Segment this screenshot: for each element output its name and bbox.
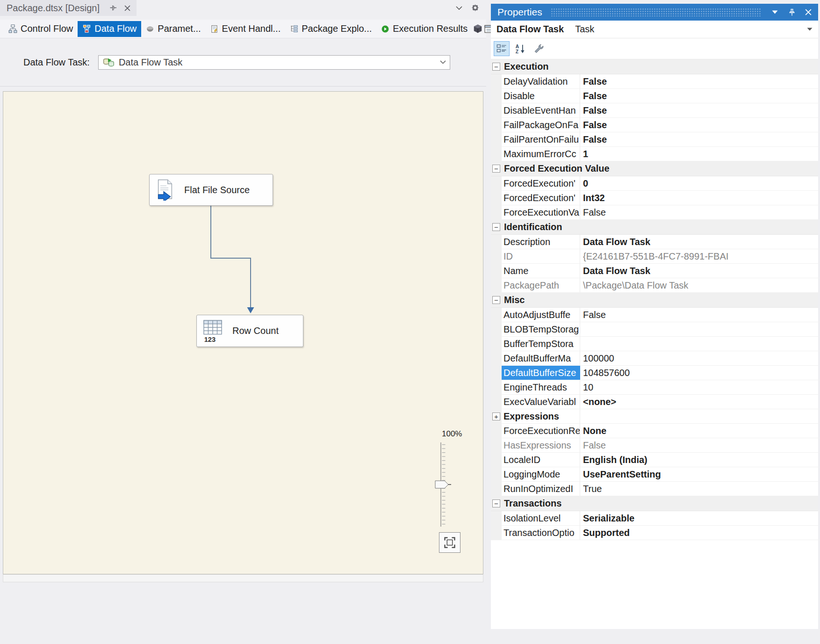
property-row-buffertempstora[interactable]: BufferTempStora [491, 337, 818, 351]
property-value[interactable] [580, 409, 818, 423]
property-value[interactable]: Data Flow Task [580, 264, 818, 278]
property-value[interactable]: False [580, 118, 818, 132]
object-selector-chevron-icon[interactable] [807, 28, 813, 31]
fit-to-window-button[interactable] [439, 532, 460, 553]
property-row-id[interactable]: ID{E24161B7-551B-4FC7-8991-FBAI [491, 249, 818, 264]
property-value[interactable]: False [580, 89, 818, 103]
property-value[interactable]: False [580, 132, 818, 146]
package-deploy-icon[interactable] [472, 22, 483, 36]
property-row-forcedexecution[interactable]: ForcedExecution'Int32 [491, 191, 818, 205]
property-value[interactable]: Int32 [580, 191, 818, 205]
alphabetical-sort-button[interactable]: AZ [512, 41, 528, 56]
property-category-transactions[interactable]: −Transactions [491, 496, 818, 511]
expand-icon[interactable]: + [492, 412, 500, 420]
property-value[interactable]: 100000 [580, 351, 818, 365]
property-row-delayvalidation[interactable]: DelayValidationFalse [491, 74, 818, 89]
property-row-forceexecutionva[interactable]: ForceExecutionVaFalse [491, 205, 818, 220]
object-name: Data Flow Task [496, 24, 564, 35]
property-row-defaultbufferma[interactable]: DefaultBufferMa100000 [491, 351, 818, 366]
property-value[interactable]: <none> [580, 395, 818, 409]
close-icon[interactable] [803, 7, 813, 17]
collapse-icon[interactable]: − [492, 499, 500, 507]
property-value[interactable]: 1 [580, 147, 818, 161]
tab-data-flow[interactable]: Data Flow [78, 21, 141, 37]
tab-execution-results[interactable]: Execution Results [376, 21, 472, 37]
property-row-transactionoptio[interactable]: TransactionOptioSupported [491, 526, 818, 540]
gear-icon[interactable] [471, 4, 480, 13]
horizontal-scrollbar[interactable] [3, 574, 483, 582]
tab-event-handlers[interactable]: Event Handl... [206, 21, 286, 37]
property-row-disable[interactable]: DisableFalse [491, 89, 818, 103]
node-flat-file-source[interactable]: Flat File Source [149, 174, 273, 206]
zoom-slider[interactable] [433, 441, 456, 528]
property-value[interactable]: False [580, 438, 818, 452]
property-value[interactable]: False [580, 308, 818, 322]
property-row-expressions[interactable]: +Expressions [491, 409, 818, 424]
property-row-enginethreads[interactable]: EngineThreads10 [491, 380, 818, 395]
collapse-icon[interactable]: − [492, 223, 500, 231]
window-position-chevron-icon[interactable] [770, 7, 780, 17]
property-row-runinoptimizedi[interactable]: RunInOptimizedITrue [491, 482, 818, 496]
property-pages-wrench-icon[interactable] [531, 41, 547, 56]
property-row-isolationlevel[interactable]: IsolationLevelSerializable [491, 511, 818, 526]
property-row-localeid[interactable]: LocaleIDEnglish (India) [491, 453, 818, 467]
property-value[interactable]: {E24161B7-551B-4FC7-8991-FBAI [580, 249, 818, 263]
close-icon[interactable] [122, 3, 132, 13]
property-value[interactable]: False [580, 74, 818, 88]
row-gutter [491, 74, 502, 88]
zoom-slider-thumb[interactable] [435, 481, 448, 488]
property-value[interactable]: English (India) [580, 453, 818, 467]
property-category-forced-execution-value[interactable]: −Forced Execution Value [491, 161, 818, 176]
property-category-misc[interactable]: −Misc [491, 293, 818, 308]
property-value[interactable]: Serializable [580, 511, 818, 525]
property-value[interactable]: None [580, 424, 818, 438]
property-value[interactable]: Data Flow Task [580, 235, 818, 249]
property-value[interactable]: 10 [580, 380, 818, 394]
collapse-icon[interactable]: − [492, 165, 500, 173]
property-value[interactable]: True [580, 482, 818, 496]
pin-icon[interactable] [786, 7, 797, 17]
property-row-forcedexecution[interactable]: ForcedExecution'0 [491, 176, 818, 191]
property-row-hasexpressions[interactable]: HasExpressionsFalse [491, 438, 818, 453]
property-value[interactable]: False [580, 205, 818, 219]
property-value[interactable]: 104857600 [580, 366, 818, 380]
pin-icon[interactable] [108, 3, 118, 13]
property-value[interactable] [580, 322, 818, 336]
property-row-loggingmode[interactable]: LoggingModeUseParentSetting [491, 467, 818, 482]
categorized-view-button[interactable] [494, 41, 510, 56]
property-value[interactable]: 0 [580, 176, 818, 190]
property-row-disableeventhan[interactable]: DisableEventHanFalse [491, 103, 818, 118]
property-row-maximumerrorcc[interactable]: MaximumErrorCc1 [491, 147, 818, 161]
row-gutter [491, 366, 502, 380]
property-label: DisableEventHan [502, 103, 580, 117]
property-row-failparentonfailu[interactable]: FailParentOnFailuFalse [491, 132, 818, 147]
collapse-icon[interactable]: − [492, 63, 500, 71]
document-tab[interactable]: Package.dtsx [Design] [0, 0, 137, 16]
property-value[interactable]: Supported [580, 526, 818, 540]
object-selector[interactable]: Data Flow Task Task [491, 21, 818, 38]
tab-package-explorer[interactable]: Package Explo... [285, 21, 376, 37]
collapse-icon[interactable]: − [492, 296, 500, 304]
property-row-failpackageonfa[interactable]: FailPackageOnFaFalse [491, 118, 818, 132]
property-value[interactable] [580, 337, 818, 351]
property-value[interactable]: \Package\Data Flow Task [580, 278, 818, 292]
property-value[interactable]: UseParentSetting [580, 467, 818, 481]
property-row-autoadjustbuffe[interactable]: AutoAdjustBuffeFalse [491, 308, 818, 322]
property-value[interactable]: False [580, 103, 818, 117]
tab-control-flow[interactable]: Control Flow [4, 21, 78, 37]
property-category-execution[interactable]: −Execution [491, 59, 818, 74]
chevron-down-icon[interactable] [456, 6, 462, 10]
property-category-identification[interactable]: −Identification [491, 220, 818, 235]
data-flow-task-combobox[interactable]: Data Flow Task [98, 55, 450, 70]
property-row-packagepath[interactable]: PackagePath\Package\Data Flow Task [491, 278, 818, 293]
property-row-description[interactable]: DescriptionData Flow Task [491, 235, 818, 249]
property-row-defaultbuffersize[interactable]: DefaultBufferSize104857600 [491, 366, 818, 380]
combo-chevron-icon[interactable] [440, 60, 446, 64]
node-row-count[interactable]: 123 Row Count [196, 315, 303, 347]
property-row-forceexecutionre[interactable]: ForceExecutionReNone [491, 424, 818, 438]
property-row-blobtempstorag[interactable]: BLOBTempStorag [491, 322, 818, 337]
property-row-execvaluevariabl[interactable]: ExecValueVariabl<none> [491, 395, 818, 409]
tab-parameters[interactable]: Paramet... [141, 21, 205, 37]
property-row-name[interactable]: NameData Flow Task [491, 264, 818, 278]
design-canvas[interactable]: Flat File Source 123 Row Count 100% [3, 91, 483, 574]
